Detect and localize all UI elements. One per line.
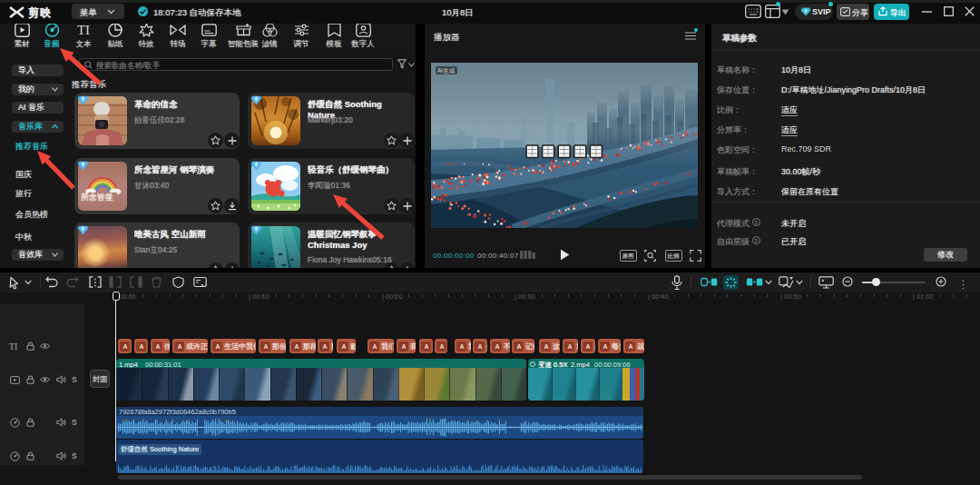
svg-text:AI生成: AI生成 [437,67,456,74]
